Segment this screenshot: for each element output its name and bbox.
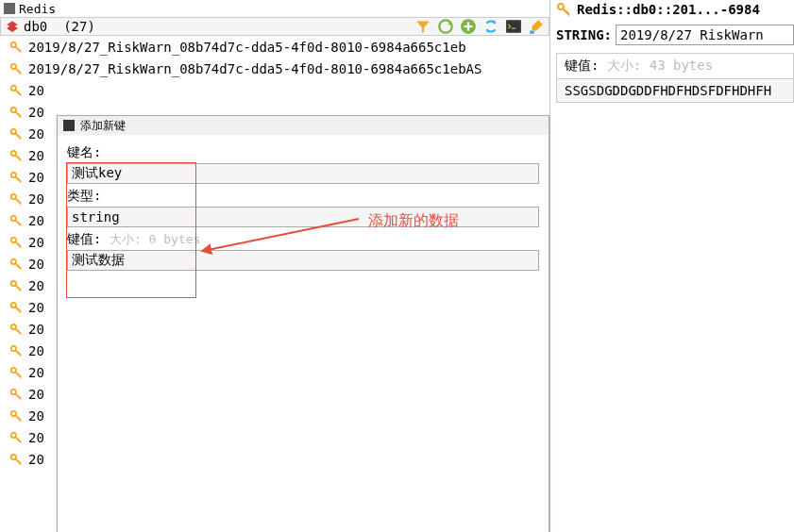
right-value-label: 键值: (565, 58, 599, 73)
key-text: 20 (28, 170, 44, 185)
key-icon (9, 453, 23, 466)
right-breadcrumb: Redis::db0::201...-6984 (556, 0, 794, 19)
toolbar (414, 18, 545, 35)
key-icon (9, 301, 23, 314)
key-icon (9, 127, 23, 141)
key-icon (9, 366, 23, 379)
database-icon (5, 19, 20, 34)
key-row[interactable]: 2019/8/27_RiskWarn_08b74d7c-dda5-4f0d-80… (0, 58, 549, 79)
key-text: 20 (28, 148, 44, 163)
svg-rect-6 (530, 31, 534, 34)
key-icon (9, 149, 23, 162)
key-text: 20 (28, 365, 44, 380)
key-icon (9, 344, 23, 357)
key-text: 20 (28, 213, 44, 228)
title-text: Redis (19, 2, 56, 16)
titlebar: Redis (0, 0, 549, 17)
right-value-content[interactable]: SSGSDGDDGDDFHDFHDSFDFHDHFH (557, 78, 793, 102)
filter-icon[interactable] (414, 18, 431, 35)
key-text: 20 (28, 430, 44, 445)
dialog-icon (63, 120, 75, 131)
key-icon (9, 279, 23, 292)
key-text: 20 (28, 278, 44, 293)
svg-point-3 (439, 20, 452, 33)
type-input[interactable] (67, 207, 539, 227)
dialog-titlebar[interactable]: 添加新键 (58, 116, 549, 135)
key-text: 2019/8/27_RiskWarn_08b74d7c-dda5-4f0d-80… (28, 40, 466, 55)
value-input[interactable] (67, 250, 539, 271)
terminal-icon[interactable] (505, 18, 522, 35)
key-text: 20 (28, 257, 44, 272)
key-text: 20 (28, 343, 44, 358)
db-name: db0 (27) (24, 19, 95, 34)
key-icon (9, 62, 23, 75)
key-text: 20 (28, 191, 44, 207)
key-icon (9, 431, 23, 444)
type-label: 类型: (67, 188, 539, 205)
string-key-input[interactable] (616, 25, 794, 45)
right-value-hint: 大小: 43 bytes (607, 58, 713, 73)
key-row[interactable]: 20 (0, 79, 549, 101)
key-icon (9, 214, 23, 227)
dialog-title-text: 添加新键 (80, 118, 126, 134)
keyname-input[interactable] (67, 163, 539, 184)
key-text: 20 (28, 408, 44, 424)
value-box: 键值: 大小: 43 bytes SSGSDGDDGDDFHDFHDSFDFHD… (556, 53, 794, 103)
refresh-icon[interactable] (437, 18, 454, 35)
key-icon (9, 41, 23, 54)
annotation-text: 添加新的数据 (368, 211, 459, 231)
key-text: 20 (28, 126, 44, 141)
value-label: 键值: 大小: 0 bytes (67, 231, 539, 248)
redis-icon (4, 3, 15, 14)
add-key-dialog: 添加新键 键名: 类型: 键值: 大小: 0 bytes (57, 115, 549, 532)
key-icon (9, 323, 23, 336)
string-label: STRING: (556, 27, 612, 42)
key-icon (9, 192, 23, 206)
key-text: 20 (28, 235, 44, 250)
key-icon (9, 258, 23, 271)
key-icon (9, 106, 23, 119)
sync-icon[interactable] (482, 18, 499, 35)
db-header[interactable]: db0 (27) (0, 17, 549, 36)
key-icon (9, 409, 23, 423)
key-text: 20 (28, 300, 44, 315)
keyname-label: 键名: (67, 144, 539, 161)
key-icon (556, 2, 571, 17)
brush-icon[interactable] (528, 18, 545, 35)
key-icon (9, 388, 23, 401)
key-text: 20 (28, 452, 44, 467)
key-row[interactable]: 2019/8/27_RiskWarn_08b74d7c-dda5-4f0d-80… (0, 36, 549, 58)
key-icon (9, 171, 23, 184)
key-text: 20 (28, 105, 44, 120)
key-text: 20 (28, 387, 44, 402)
add-icon[interactable] (460, 18, 477, 35)
key-icon (9, 84, 23, 97)
key-text: 20 (28, 322, 44, 337)
key-text: 20 (28, 83, 44, 98)
key-icon (9, 236, 23, 249)
key-text: 2019/8/27_RiskWarn_08b74d7c-dda5-4f0d-80… (28, 61, 481, 76)
svg-rect-5 (506, 20, 521, 33)
